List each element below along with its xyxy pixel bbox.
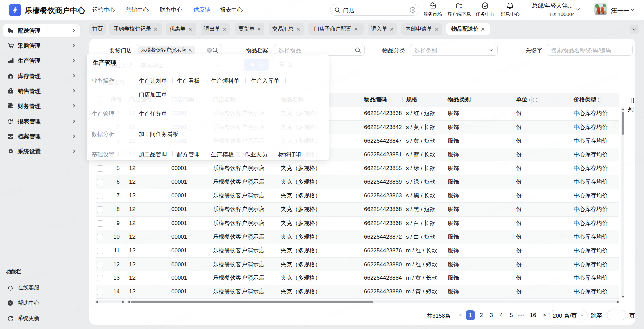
svg-text:?: ? [9,301,12,305]
svg-text:?: ? [531,98,533,102]
